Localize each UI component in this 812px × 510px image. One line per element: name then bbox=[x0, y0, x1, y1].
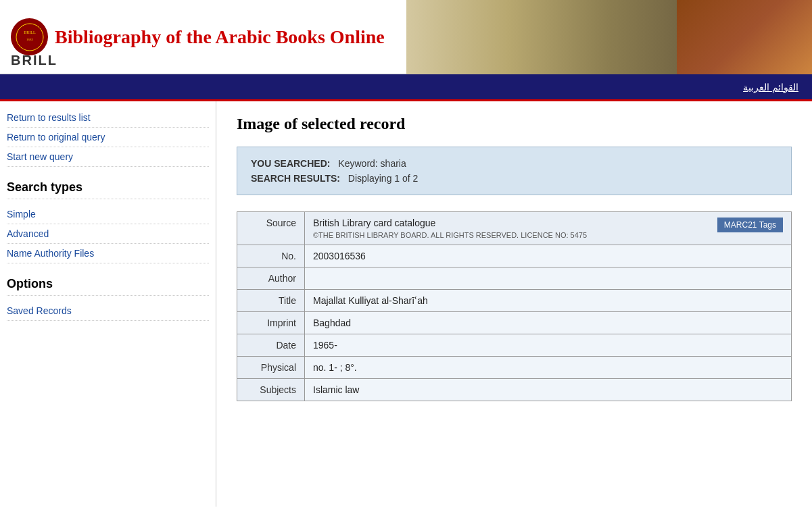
search-results-label: SEARCH RESULTS: bbox=[251, 173, 340, 184]
record-row: Date1965- bbox=[237, 334, 792, 357]
source-title: British Library card catalogue bbox=[313, 218, 711, 228]
field-value-physical: no. 1- ; 8°. bbox=[305, 357, 792, 379]
field-value-no: 2003016536 bbox=[305, 245, 792, 267]
advanced-search-link[interactable]: Advanced bbox=[7, 224, 209, 244]
marc-tags-button[interactable]: MARC21 Tags bbox=[717, 218, 783, 232]
record-tbody: SourceBritish Library card catalogue©THE… bbox=[237, 212, 792, 401]
field-value-imprint: Baghdad bbox=[305, 312, 792, 334]
source-label: Source bbox=[237, 212, 305, 245]
simple-search-link[interactable]: Simple bbox=[7, 205, 209, 224]
field-label-subjects: Subjects bbox=[237, 379, 305, 401]
name-authority-files-link[interactable]: Name Authority Files bbox=[7, 244, 209, 263]
main-content: Image of selected record YOU SEARCHED: K… bbox=[216, 101, 812, 507]
main-layout: Return to results listReturn to original… bbox=[0, 101, 812, 507]
source-value-cell: British Library card catalogue©THE BRITI… bbox=[305, 212, 791, 245]
record-row: SubjectsIslamic law bbox=[237, 379, 792, 401]
svg-point-0 bbox=[14, 21, 46, 53]
saved-records-link[interactable]: Saved Records bbox=[7, 301, 209, 321]
field-value-title: Majallat Kulliyat al-Sharīʿah bbox=[305, 290, 792, 312]
start-new-query-link[interactable]: Start new query bbox=[7, 147, 209, 167]
header-logo-area: BRILL 1683 Bibliography of the Arabic Bo… bbox=[11, 18, 385, 55]
brill-seal-icon: BRILL 1683 bbox=[11, 18, 48, 55]
source-copyright: ©THE BRITISH LIBRARY BOARD. ALL RIGHTS R… bbox=[313, 231, 711, 239]
search-type-links: SimpleAdvancedName Authority Files bbox=[7, 205, 209, 263]
source-row: SourceBritish Library card catalogue©THE… bbox=[237, 212, 792, 245]
you-searched-label: YOU SEARCHED: bbox=[251, 158, 330, 169]
options-heading: Options bbox=[7, 277, 209, 296]
return-to-query-link[interactable]: Return to original query bbox=[7, 128, 209, 147]
search-info-box: YOU SEARCHED: Keyword: sharia SEARCH RES… bbox=[237, 147, 792, 195]
record-row: TitleMajallat Kulliyat al-Sharīʿah bbox=[237, 290, 792, 312]
site-title: Bibliography of the Arabic Books Online bbox=[55, 26, 385, 48]
record-table: SourceBritish Library card catalogue©THE… bbox=[237, 211, 792, 401]
field-value-author bbox=[305, 267, 792, 290]
header: BRILL 1683 Bibliography of the Arabic Bo… bbox=[0, 0, 812, 74]
field-label-title: Title bbox=[237, 290, 305, 312]
svg-text:BRILL: BRILL bbox=[24, 30, 36, 34]
svg-text:1683: 1683 bbox=[26, 38, 34, 41]
arabic-lists-link[interactable]: القوائم العربية bbox=[743, 82, 798, 93]
navbar: القوائم العربية bbox=[0, 74, 812, 101]
record-row: Author bbox=[237, 267, 792, 290]
search-results-value: Displaying 1 of 2 bbox=[348, 173, 419, 184]
brill-logo: BRILL bbox=[11, 53, 57, 68]
header-banner bbox=[406, 0, 812, 74]
page-title: Image of selected record bbox=[237, 115, 792, 133]
searched-row: YOU SEARCHED: Keyword: sharia bbox=[251, 158, 778, 169]
record-row: ImprintBaghdad bbox=[237, 312, 792, 334]
options-links: Saved Records bbox=[7, 301, 209, 321]
you-searched-value: Keyword: sharia bbox=[338, 158, 406, 169]
field-label-no: No. bbox=[237, 245, 305, 267]
record-row: Physicalno. 1- ; 8°. bbox=[237, 357, 792, 379]
field-label-author: Author bbox=[237, 267, 305, 290]
field-label-imprint: Imprint bbox=[237, 312, 305, 334]
sidebar: Return to results listReturn to original… bbox=[0, 101, 216, 507]
search-types-heading: Search types bbox=[7, 180, 209, 199]
field-value-subjects: Islamic law bbox=[305, 379, 792, 401]
field-label-physical: Physical bbox=[237, 357, 305, 379]
field-value-date: 1965- bbox=[305, 334, 792, 357]
results-row: SEARCH RESULTS: Displaying 1 of 2 bbox=[251, 173, 778, 184]
field-label-date: Date bbox=[237, 334, 305, 357]
sidebar-nav: Return to results listReturn to original… bbox=[7, 108, 209, 167]
return-to-results-link[interactable]: Return to results list bbox=[7, 108, 209, 128]
record-row: No.2003016536 bbox=[237, 245, 792, 267]
